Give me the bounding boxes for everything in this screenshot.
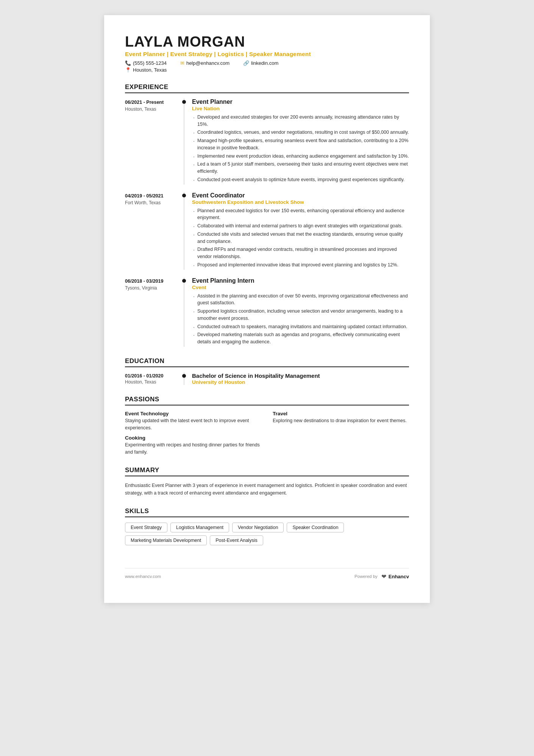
email-icon: ✉ bbox=[180, 60, 184, 66]
skill-badge-4: Marketing Materials Development bbox=[125, 535, 207, 545]
experience-section-title: EXPERIENCE bbox=[125, 83, 409, 93]
job-left-2: 04/2019 - 05/2021 Fort Worth, Texas bbox=[125, 192, 184, 270]
bullet: Led a team of 5 junior staff members, ov… bbox=[192, 161, 409, 175]
bullet: Collaborated with internal and external … bbox=[192, 222, 409, 230]
job-divider-3 bbox=[184, 277, 184, 347]
job-company-2: Southwestern Exposition and Livestock Sh… bbox=[192, 199, 409, 205]
bullet: Conducted post-event analysis to optimiz… bbox=[192, 176, 409, 183]
bullet: Drafted RFPs and managed vendor contract… bbox=[192, 246, 409, 260]
location-icon: 📍 bbox=[125, 67, 131, 73]
job-company-3: Cvent bbox=[192, 285, 409, 290]
job-divider-2 bbox=[184, 192, 184, 270]
job-divider-1 bbox=[184, 99, 184, 185]
job-dot-1 bbox=[182, 100, 186, 104]
job-bullets-1: Developed and executed strategies for ov… bbox=[192, 114, 409, 183]
enhancv-logo-icon: ❤ bbox=[381, 573, 386, 580]
job-date-2: 04/2019 - 05/2021 bbox=[125, 193, 184, 200]
job-entry-2: 04/2019 - 05/2021 Fort Worth, Texas Even… bbox=[125, 192, 409, 270]
edu-divider-1 bbox=[184, 373, 184, 385]
footer: www.enhancv.com Powered by ❤ Enhancv bbox=[125, 568, 409, 580]
bullet: Planned and executed logistics for over … bbox=[192, 207, 409, 222]
linkedin-url: linkedin.com bbox=[251, 60, 278, 66]
phone-contact: 📞 (555) 555-1234 bbox=[125, 60, 167, 66]
resume-page: LAYLA MORGAN Event Planner | Event Strat… bbox=[104, 15, 430, 603]
candidate-name: LAYLA MORGAN bbox=[125, 34, 409, 50]
skill-badge-3: Speaker Coordination bbox=[287, 523, 344, 532]
skill-badge-0: Event Strategy bbox=[125, 523, 167, 532]
bullet: Developed marketing materials such as ag… bbox=[192, 331, 409, 346]
job-role-2: Event Coordinator bbox=[192, 192, 409, 199]
contact-info: 📞 (555) 555-1234 ✉ help@enhancv.com 🔗 li… bbox=[125, 60, 409, 66]
edu-left-1: 01/2016 - 01/2020 Houston, Texas bbox=[125, 373, 184, 385]
footer-website: www.enhancv.com bbox=[125, 574, 161, 579]
skill-badge-1: Logistics Management bbox=[170, 523, 229, 532]
job-role-1: Event Planner bbox=[192, 99, 409, 105]
job-left-3: 06/2018 - 03/2019 Tysons, Virginia bbox=[125, 277, 184, 347]
job-date-3: 06/2018 - 03/2019 bbox=[125, 278, 184, 285]
skills-section: SKILLS Event Strategy Logistics Manageme… bbox=[125, 507, 409, 545]
job-role-3: Event Planning Intern bbox=[192, 277, 409, 284]
linkedin-icon: 🔗 bbox=[243, 60, 249, 66]
edu-degree-1: Bachelor of Science in Hospitality Manag… bbox=[192, 373, 409, 379]
skills-section-title: SKILLS bbox=[125, 507, 409, 517]
job-dot-2 bbox=[182, 194, 186, 197]
passion-item-1: Travel Exploring new destinations to dra… bbox=[273, 411, 409, 432]
edu-date-1: 01/2016 - 01/2020 bbox=[125, 373, 184, 379]
job-entry-1: 06/2021 - Present Houston, Texas Event P… bbox=[125, 99, 409, 185]
location-text: Houston, Texas bbox=[133, 67, 167, 73]
education-section: EDUCATION 01/2016 - 01/2020 Houston, Tex… bbox=[125, 357, 409, 385]
passion-desc-2: Experimenting with recipes and hosting d… bbox=[125, 441, 261, 456]
phone-number: (555) 555-1234 bbox=[133, 60, 167, 66]
experience-section: EXPERIENCE 06/2021 - Present Houston, Te… bbox=[125, 83, 409, 347]
phone-icon: 📞 bbox=[125, 60, 131, 66]
passion-desc-1: Exploring new destinations to draw inspi… bbox=[273, 417, 409, 424]
location-info: 📍 Houston, Texas bbox=[125, 67, 409, 73]
enhancv-brand-name: Enhancv bbox=[389, 574, 409, 579]
edu-right-1: Bachelor of Science in Hospitality Manag… bbox=[184, 373, 409, 385]
bullet: Proposed and implemented innovative idea… bbox=[192, 261, 409, 269]
job-right-1: Event Planner Live Nation Developed and … bbox=[184, 99, 409, 185]
passion-desc-0: Staying updated with the latest event te… bbox=[125, 417, 261, 432]
bullet: Conducted site visits and selected venue… bbox=[192, 231, 409, 245]
job-bullets-3: Assisted in the planning and execution o… bbox=[192, 293, 409, 346]
powered-by-text: Powered by bbox=[354, 574, 378, 579]
passions-grid: Event Technology Staying updated with th… bbox=[125, 411, 409, 456]
passion-title-0: Event Technology bbox=[125, 411, 261, 416]
bullet: Managed high-profile speakers, ensuring … bbox=[192, 137, 409, 152]
edu-dot-1 bbox=[182, 374, 186, 378]
education-section-title: EDUCATION bbox=[125, 357, 409, 367]
job-left-1: 06/2021 - Present Houston, Texas bbox=[125, 99, 184, 185]
bullet: Developed and executed strategies for ov… bbox=[192, 114, 409, 128]
header: LAYLA MORGAN Event Planner | Event Strat… bbox=[125, 34, 409, 73]
summary-section-title: SUMMARY bbox=[125, 466, 409, 476]
email-contact: ✉ help@enhancv.com bbox=[180, 60, 230, 66]
bullet: Conducted outreach to speakers, managing… bbox=[192, 323, 409, 330]
job-date-1: 06/2021 - Present bbox=[125, 99, 184, 106]
job-company-1: Live Nation bbox=[192, 106, 409, 111]
bullet: Assisted in the planning and execution o… bbox=[192, 293, 409, 307]
passion-title-2: Cooking bbox=[125, 435, 261, 441]
linkedin-contact: 🔗 linkedin.com bbox=[243, 60, 278, 66]
bullet: Coordinated logistics, venues, and vendo… bbox=[192, 129, 409, 136]
skill-badge-2: Vendor Negotiation bbox=[232, 523, 284, 532]
passion-item-2: Cooking Experimenting with recipes and h… bbox=[125, 435, 261, 456]
job-location-1: Houston, Texas bbox=[125, 106, 184, 112]
edu-school-1: University of Houston bbox=[192, 379, 409, 385]
candidate-title: Event Planner | Event Strategy | Logisti… bbox=[125, 51, 409, 58]
skill-badge-5: Post-Event Analysis bbox=[210, 535, 263, 545]
job-bullets-2: Planned and executed logistics for over … bbox=[192, 207, 409, 269]
skills-grid: Event Strategy Logistics Management Vend… bbox=[125, 523, 409, 545]
passions-section-title: PASSIONS bbox=[125, 396, 409, 405]
edu-entry-1: 01/2016 - 01/2020 Houston, Texas Bachelo… bbox=[125, 373, 409, 385]
bullet: Implemented new event production ideas, … bbox=[192, 153, 409, 160]
email-address: help@enhancv.com bbox=[186, 60, 230, 66]
summary-section: SUMMARY Enthusiastic Event Planner with … bbox=[125, 466, 409, 497]
job-location-2: Fort Worth, Texas bbox=[125, 200, 184, 205]
bullet: Supported logistics coordination, includ… bbox=[192, 308, 409, 322]
job-location-3: Tysons, Virginia bbox=[125, 285, 184, 291]
job-entry-3: 06/2018 - 03/2019 Tysons, Virginia Event… bbox=[125, 277, 409, 347]
passion-item-0: Event Technology Staying updated with th… bbox=[125, 411, 261, 432]
summary-text: Enthusiastic Event Planner with 3 years … bbox=[125, 482, 409, 497]
footer-brand: Powered by ❤ Enhancv bbox=[354, 573, 409, 580]
job-right-2: Event Coordinator Southwestern Expositio… bbox=[184, 192, 409, 270]
